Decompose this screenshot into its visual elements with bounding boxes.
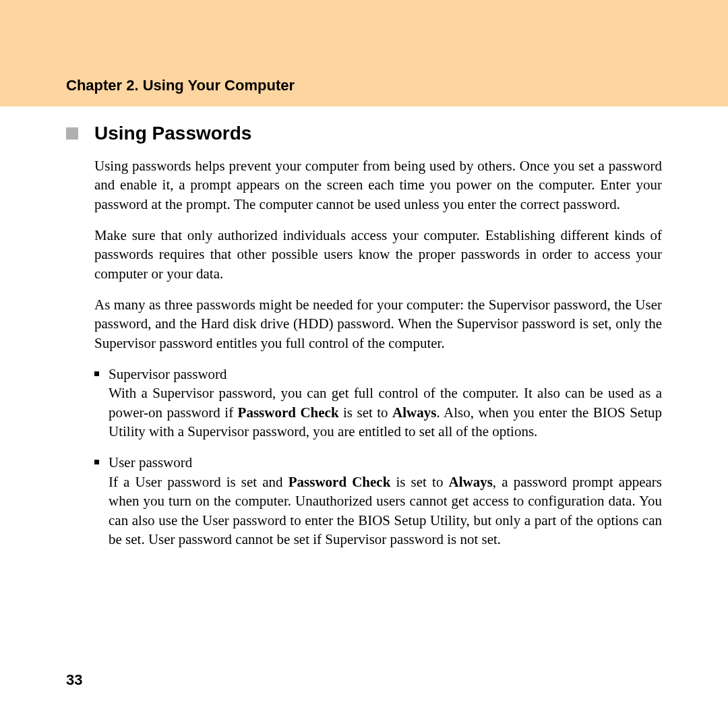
bullet-body: If a User password is set and Password C… [109,473,662,549]
list-item-head: User password [94,453,662,472]
list-item-head: Supervisor password [94,365,662,384]
bullet-bold-1: Password Check [238,404,339,421]
bullet-title: User password [109,453,192,472]
bullet-body: With a Supervisor password, you can get … [109,384,662,441]
bullet-square-icon [94,460,99,464]
bullet-bold-2: Always [392,404,436,421]
bullet-mid-1: is set to [339,404,393,421]
bullet-title: Supervisor password [109,365,227,384]
section-heading: Using Passwords [94,123,251,144]
bullet-mid-1: is set to [390,474,448,490]
chapter-title: Chapter 2. Using Your Computer [66,77,295,94]
square-bullet-icon [66,127,78,140]
section-heading-row: Using Passwords [66,123,662,144]
bullet-list: Supervisor password With a Supervisor pa… [94,365,662,549]
page-number: 33 [66,671,82,689]
header-band: Chapter 2. Using Your Computer [0,0,728,107]
bullet-square-icon [94,371,99,376]
bullet-bold-1: Password Check [289,474,391,490]
bullet-bold-2: Always [449,474,493,490]
paragraph-1: Using passwords helps prevent your compu… [94,156,662,214]
bullet-body-pre: If a User password is set and [109,474,289,490]
list-item: User password If a User password is set … [94,453,662,549]
paragraph-2: Make sure that only authorized individua… [94,226,662,283]
page-content: Using Passwords Using passwords helps pr… [0,107,728,549]
paragraph-3: As many as three passwords might be need… [94,295,662,353]
list-item: Supervisor password With a Supervisor pa… [94,365,662,441]
